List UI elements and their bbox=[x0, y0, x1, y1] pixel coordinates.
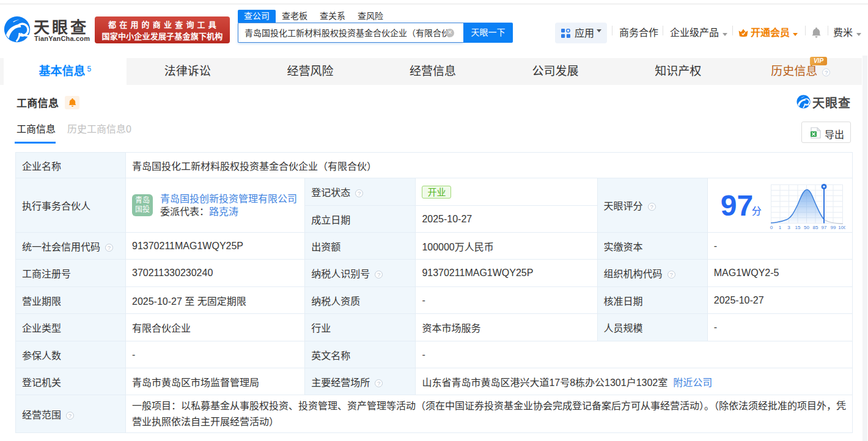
svg-text:1: 1 bbox=[779, 224, 782, 230]
svg-text:3: 3 bbox=[787, 224, 790, 230]
svg-text:50: 50 bbox=[804, 224, 809, 230]
svg-text:15: 15 bbox=[795, 224, 800, 230]
svg-text:99: 99 bbox=[830, 224, 836, 230]
svg-text:85: 85 bbox=[812, 224, 818, 230]
svg-text:100: 100 bbox=[838, 224, 845, 230]
svg-text:0: 0 bbox=[770, 224, 773, 230]
svg-text:97: 97 bbox=[821, 224, 826, 230]
